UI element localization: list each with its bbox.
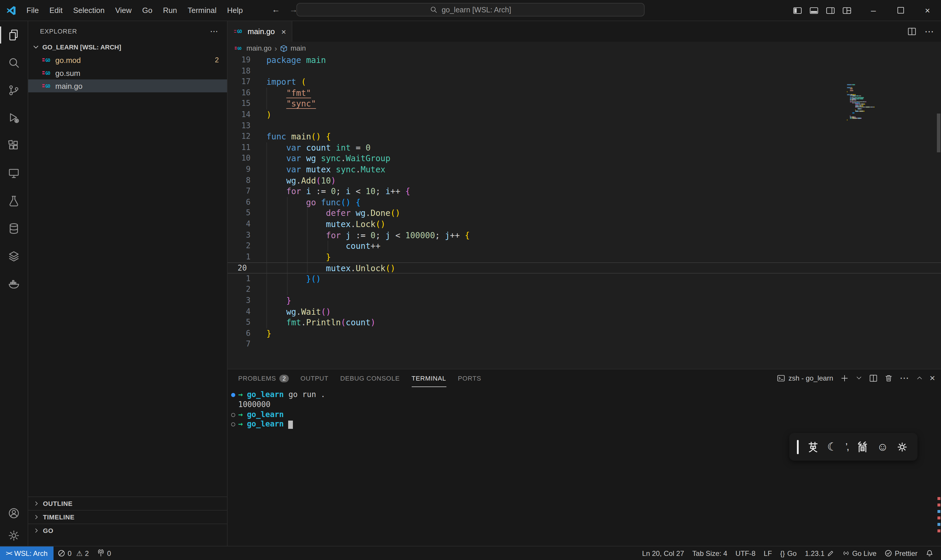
menu-terminal[interactable]: Terminal	[182, 4, 222, 17]
hanzi-ying-icon[interactable]	[807, 441, 819, 453]
line-number[interactable]: 1	[227, 274, 259, 285]
terminal-line[interactable]: →go_learngo run .	[227, 390, 941, 400]
code-editor[interactable]: 19package main1817import (16"fmt"15"sync…	[227, 55, 941, 350]
code-line-content[interactable]: mutex.Lock()	[259, 219, 941, 230]
line-number[interactable]: 12	[227, 131, 259, 142]
code-line-content[interactable]: }	[259, 295, 941, 306]
indentation[interactable]: Tab Size: 4	[688, 546, 731, 560]
panel-more-actions-icon[interactable]: ⋯	[899, 372, 909, 383]
line-number[interactable]: 2	[227, 285, 259, 295]
line-number[interactable]: 18	[227, 66, 259, 77]
minimap[interactable]	[847, 84, 938, 122]
code-line-content[interactable]	[259, 285, 941, 295]
command-center-search[interactable]: go_learn [WSL: Arch]	[297, 3, 644, 17]
file-go-sum[interactable]: GO go.sum	[28, 66, 227, 79]
code-line[interactable]: 7for i := 0; i < 10; i++ {	[227, 186, 941, 197]
code-line-content[interactable]: defer wg.Done()	[259, 208, 941, 219]
eol-sequence[interactable]: LF	[760, 546, 776, 560]
split-terminal-icon[interactable]	[869, 374, 877, 382]
toggle-sidebar-icon[interactable]	[793, 6, 802, 15]
code-line[interactable]: 6go func() {	[227, 197, 941, 208]
maximize-button[interactable]	[887, 0, 914, 21]
code-line-content[interactable]: count++	[259, 241, 941, 251]
notifications-bell[interactable]	[922, 546, 938, 560]
line-number[interactable]: 13	[227, 120, 259, 131]
customize-layout-icon[interactable]	[842, 6, 852, 15]
code-line[interactable]: 11var count int = 0	[227, 142, 941, 153]
line-number[interactable]: 8	[227, 175, 259, 186]
code-line-content[interactable]	[259, 66, 941, 77]
code-line[interactable]: 10var wg sync.WaitGroup	[227, 153, 941, 164]
line-number[interactable]: 15	[227, 98, 259, 109]
activity-explorer[interactable]	[0, 21, 28, 49]
encoding[interactable]: UTF-8	[731, 546, 760, 560]
explorer-more-actions-icon[interactable]: ⋯	[210, 26, 219, 35]
split-editor-icon[interactable]	[907, 27, 916, 36]
menu-view[interactable]: View	[110, 4, 137, 17]
line-number[interactable]: 1	[227, 251, 259, 262]
maximize-panel-chevron-icon[interactable]	[916, 375, 923, 381]
activity-database[interactable]	[0, 215, 28, 242]
activity-remote-explorer[interactable]	[0, 159, 28, 187]
menu-go[interactable]: Go	[137, 4, 158, 17]
problems-status[interactable]: 0 ⚠ 2	[54, 546, 93, 560]
line-number[interactable]: 11	[227, 142, 259, 153]
new-terminal-icon[interactable]	[840, 374, 848, 382]
minimize-button[interactable]: –	[860, 0, 887, 21]
code-line[interactable]: 3}	[227, 295, 941, 306]
terminal[interactable]: →go_learngo run .1000000→go_learn→go_lea…	[227, 390, 941, 546]
section-go[interactable]: GO	[28, 523, 227, 537]
breadcrumb-symbol[interactable]: main	[291, 44, 306, 52]
section-timeline[interactable]: TIMELINE	[28, 510, 227, 523]
menu-edit[interactable]: Edit	[44, 4, 68, 17]
terminal-line[interactable]: 1000000	[227, 400, 941, 410]
code-line[interactable]: 2	[227, 285, 941, 295]
code-line[interactable]: 1}	[227, 251, 941, 262]
toggle-panel-icon[interactable]	[809, 6, 819, 15]
code-line[interactable]: 14)	[227, 109, 941, 120]
navigate-back-icon[interactable]: ←	[272, 5, 280, 14]
code-line-content[interactable]: )	[259, 109, 941, 120]
menu-file[interactable]: File	[21, 4, 44, 17]
code-line-content[interactable]: "sync"	[259, 98, 941, 109]
emoji-smiley-icon[interactable]: ☺	[877, 440, 888, 453]
settings-button[interactable]	[0, 524, 28, 546]
file-go-mod[interactable]: GO go.mod 2	[28, 54, 227, 66]
explorer-root-folder[interactable]: GO_LEARN [WSL: ARCH]	[28, 41, 227, 54]
code-line-content[interactable]: for i := 0; i < 10; i++ {	[259, 186, 941, 197]
line-number[interactable]: 5	[227, 317, 259, 328]
line-number[interactable]: 4	[227, 219, 259, 230]
panel-tab-debug-console[interactable]: DEBUG CONSOLE	[340, 370, 400, 387]
terminal-line[interactable]: →go_learn	[227, 410, 941, 420]
code-line[interactable]: 1}()	[227, 274, 941, 285]
code-line-content[interactable]: var wg sync.WaitGroup	[259, 153, 941, 164]
code-line-content[interactable]: mutex.Unlock()	[259, 263, 941, 273]
line-number[interactable]: 16	[227, 88, 259, 98]
code-line-content[interactable]: wg.Wait()	[259, 306, 941, 317]
code-line[interactable]: 17import (	[227, 77, 941, 87]
line-number[interactable]: 6	[227, 328, 259, 339]
code-line[interactable]: 4mutex.Lock()	[227, 219, 941, 230]
code-line[interactable]: 3for j := 0; j < 100000; j++ {	[227, 230, 941, 241]
code-line[interactable]: 7	[227, 339, 941, 350]
command-decoration-hollow[interactable]	[231, 413, 235, 417]
code-line-content[interactable]: "fmt"	[259, 88, 941, 98]
go-live-button[interactable]: Go Live	[838, 546, 881, 560]
line-number[interactable]: 17	[227, 77, 259, 87]
line-number[interactable]: 4	[227, 306, 259, 317]
ime-settings-gear-icon[interactable]	[896, 441, 908, 453]
close-tab-icon[interactable]: ×	[281, 27, 286, 36]
code-line-content[interactable]: }	[259, 328, 941, 339]
activity-search[interactable]	[0, 49, 28, 77]
panel-tab-ports[interactable]: PORTS	[458, 370, 481, 387]
activity-layers[interactable]	[0, 242, 28, 270]
code-line-content[interactable]: }()	[259, 274, 941, 285]
breadcrumb-file[interactable]: main.go	[246, 44, 271, 52]
code-line-content[interactable]: func main() {	[259, 131, 941, 142]
code-line[interactable]: 12func main() {	[227, 131, 941, 142]
close-panel-icon[interactable]: ×	[930, 373, 935, 383]
code-line-content[interactable]: }	[259, 251, 941, 262]
panel-tab-problems[interactable]: PROBLEMS 2	[238, 370, 289, 387]
code-line-content[interactable]: package main	[259, 55, 941, 66]
line-number[interactable]: 3	[227, 230, 259, 241]
